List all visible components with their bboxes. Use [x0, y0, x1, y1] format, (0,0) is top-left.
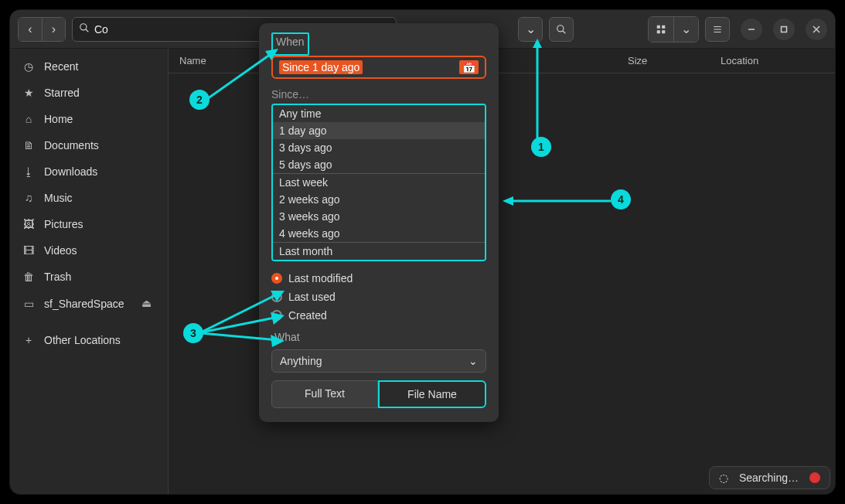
date-value: Since 1 day ago [279, 60, 363, 74]
radio-label: Last modified [288, 272, 353, 284]
segment-full-text[interactable]: Full Text [271, 380, 378, 408]
radio-option[interactable]: Created [271, 309, 486, 322]
svg-rect-4 [657, 25, 660, 28]
status-text: Searching… [739, 472, 799, 484]
trash-icon: 🗑 [22, 271, 35, 283]
segment-file-name[interactable]: File Name [378, 380, 486, 408]
what-value: Anything [280, 355, 322, 367]
download-icon: ⭳ [22, 165, 35, 178]
callout-3: 3 [183, 323, 203, 343]
since-option[interactable]: Any time [273, 105, 485, 122]
sidebar-item-starred[interactable]: ★Starred [10, 80, 168, 106]
svg-rect-7 [662, 30, 665, 33]
status-bar: ◌ Searching… [709, 466, 830, 489]
since-option[interactable]: 3 weeks ago [273, 208, 485, 225]
radio-label: Created [288, 309, 327, 322]
chevron-right-icon: › [52, 22, 56, 36]
since-option[interactable]: 1 day ago [273, 122, 485, 139]
close-button[interactable] [806, 19, 827, 40]
since-option[interactable]: 4 weeks ago [273, 225, 485, 242]
callout-1: 1 [531, 137, 551, 157]
since-option[interactable]: 3 days ago [273, 139, 485, 156]
radio-label: Last used [288, 291, 336, 303]
search-toggle-button[interactable] [549, 17, 574, 42]
svg-line-3 [563, 30, 566, 33]
col-location[interactable]: Location [721, 55, 824, 66]
when-label: When [273, 34, 308, 49]
svg-rect-6 [657, 30, 660, 33]
forward-button[interactable]: › [42, 18, 65, 41]
back-button[interactable]: ‹ [19, 18, 42, 41]
since-option[interactable]: 5 days ago [273, 156, 485, 173]
sidebar-item-label: sf_SharedSpace [44, 298, 124, 310]
chevron-down-icon: ⌄ [468, 355, 478, 367]
sidebar-item-documents[interactable]: 🗎Documents [10, 132, 168, 158]
since-label: Since… [271, 88, 486, 100]
search-mode-segments: Full Text File Name [271, 380, 486, 408]
radio-dot-icon [271, 310, 282, 321]
chevron-down-icon: ⌄ [681, 22, 691, 36]
sidebar-item-home[interactable]: ⌂Home [10, 106, 168, 132]
radio-option[interactable]: Last modified [271, 272, 486, 284]
sidebar-item-downloads[interactable]: ⭳Downloads [10, 158, 168, 185]
calendar-icon[interactable]: 📅 [459, 60, 479, 74]
date-field[interactable]: Since 1 day ago 📅 [271, 56, 486, 79]
sidebar-item-label: Videos [44, 244, 77, 257]
svg-rect-12 [782, 26, 787, 32]
home-icon: ⌂ [22, 113, 35, 125]
sidebar-item-music[interactable]: ♫Music [10, 185, 168, 211]
radio-dot-icon [271, 291, 282, 302]
drive-icon: ▭ [22, 298, 35, 310]
callout-4: 4 [611, 189, 631, 209]
chevron-down-icon: ⌄ [526, 22, 536, 36]
sidebar-item-recent[interactable]: ◷Recent [10, 53, 168, 80]
sidebar-item-label: Pictures [44, 218, 83, 230]
maximize-button[interactable] [773, 19, 795, 40]
view-switcher: ⌄ [648, 16, 699, 43]
what-select[interactable]: Anything ⌄ [271, 349, 486, 373]
sidebar-item-other-locations[interactable]: +Other Locations [10, 327, 168, 353]
svg-rect-5 [662, 25, 665, 28]
star-icon: ★ [22, 87, 35, 99]
hamburger-menu-button[interactable] [705, 17, 730, 42]
callout-2: 2 [189, 90, 210, 110]
document-icon: 🗎 [22, 139, 35, 152]
since-option[interactable]: Last month [273, 242, 485, 260]
video-icon: 🎞 [22, 244, 35, 257]
clock-icon: ◷ [22, 60, 35, 73]
sidebar-item-label: Documents [44, 139, 99, 152]
svg-point-0 [80, 23, 87, 29]
spinner-icon: ◌ [719, 472, 728, 484]
sidebar-item-videos[interactable]: 🎞Videos [10, 237, 168, 264]
svg-line-1 [86, 29, 89, 32]
sidebar-item-label: Music [44, 192, 73, 204]
sidebar-item-trash[interactable]: 🗑Trash [10, 264, 168, 290]
date-type-radios: Last modifiedLast usedCreated [271, 272, 486, 322]
sidebar: ◷Recent ★Starred ⌂Home 🗎Documents ⭳Downl… [10, 49, 169, 494]
since-option[interactable]: Last week [273, 173, 485, 191]
sidebar-item-label: Other Locations [44, 334, 121, 346]
radio-option[interactable]: Last used [271, 291, 486, 303]
music-icon: ♫ [22, 192, 35, 204]
search-filter-popover: When Since 1 day ago 📅 Since… Any time1 … [259, 23, 499, 422]
sidebar-item-label: Home [44, 113, 73, 125]
search-options-dropdown[interactable]: ⌄ [518, 17, 543, 42]
minimize-button[interactable] [741, 19, 762, 40]
sidebar-item-pictures[interactable]: 🖼Pictures [10, 211, 168, 237]
sidebar-item-label: Recent [44, 60, 78, 73]
since-list: Any time1 day ago3 days ago5 days agoLas… [271, 104, 486, 261]
sidebar-item-mount[interactable]: ▭sf_SharedSpace⏏ [10, 290, 168, 318]
since-option[interactable]: 2 weeks ago [273, 191, 485, 208]
stop-button[interactable] [809, 472, 820, 483]
picture-icon: 🖼 [22, 218, 35, 230]
col-size[interactable]: Size [628, 55, 674, 66]
plus-icon: + [22, 334, 35, 346]
nav-button-group: ‹ › [18, 17, 66, 42]
eject-icon[interactable]: ⏏ [141, 297, 155, 311]
chevron-left-icon: ‹ [28, 22, 32, 36]
sidebar-item-label: Starred [44, 87, 80, 99]
grid-view-button[interactable] [649, 17, 673, 42]
search-icon [79, 22, 90, 36]
radio-dot-icon [271, 273, 282, 284]
view-dropdown-button[interactable]: ⌄ [673, 17, 698, 42]
